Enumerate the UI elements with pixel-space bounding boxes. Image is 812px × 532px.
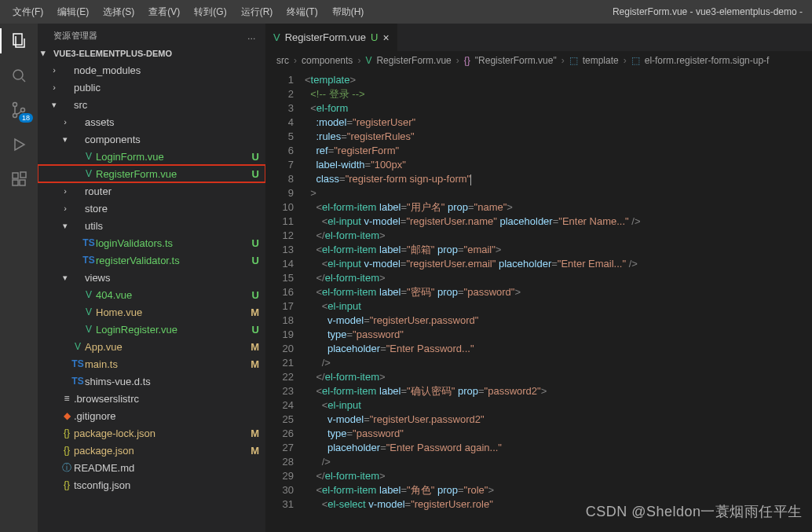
svg-rect-8 (20, 172, 26, 178)
file-label: .gitignore (74, 410, 243, 422)
menu-item[interactable]: 帮助(H) (326, 3, 371, 21)
code-content[interactable]: <template> <!-- 登录 --> <el-form :model="… (305, 70, 812, 532)
git-status: M (247, 445, 259, 457)
folder-assets[interactable]: ›assets (38, 113, 265, 130)
file-label: loginValidators.ts (96, 237, 243, 249)
file-label: package.json (74, 445, 243, 457)
git-status: U (247, 237, 259, 249)
chevron-icon: ▾ (60, 221, 71, 231)
vue-file-icon: V (82, 151, 96, 162)
file-registervalidator.ts[interactable]: TSregisterValidator.tsU (38, 251, 265, 269)
search-icon[interactable] (8, 64, 30, 86)
file-tsconfig.json[interactable]: {}tsconfig.json (38, 476, 265, 493)
ts-file-icon: TS (82, 255, 96, 266)
file-label: README.md (74, 462, 243, 474)
folder-views[interactable]: ▾views (38, 269, 265, 286)
folder-router[interactable]: ›router (38, 182, 265, 200)
file-shims-vue.d.ts[interactable]: TSshims-vue.d.ts (38, 372, 265, 390)
activity-bar: 18 (0, 24, 38, 532)
line-gutter: 1234567891011121314151617181920212223242… (265, 70, 305, 532)
file-label: store (85, 203, 243, 215)
git-status: U (247, 289, 259, 301)
sidebar-more-icon[interactable]: … (247, 31, 256, 41)
menu-item[interactable]: 选择(S) (97, 3, 141, 21)
breadcrumb-icon: {} (464, 55, 470, 66)
scm-badge: 18 (19, 113, 33, 123)
chevron-icon: ▾ (60, 273, 71, 283)
svg-rect-6 (13, 180, 18, 185)
breadcrumb-item[interactable]: el-form.register-form.sign-up-f (645, 55, 770, 66)
file-label: assets (85, 116, 243, 128)
folder-utils[interactable]: ▾utils (38, 217, 265, 234)
file-package.json[interactable]: {}package.jsonM (38, 442, 265, 459)
folder-node_modules[interactable]: ›node_modules (38, 61, 265, 79)
project-header[interactable]: ▾ VUE3-ELEMENTPLUS-DEMO (38, 45, 265, 61)
source-control-icon[interactable]: 18 (8, 99, 30, 121)
ts-file-icon: TS (82, 237, 96, 248)
chevron-icon: › (49, 83, 60, 92)
file-readme.md[interactable]: ⓘREADME.md (38, 459, 265, 476)
git-status: U (247, 255, 259, 266)
tab-filename: RegisterForm.vue (285, 31, 366, 43)
git-status: U (247, 151, 259, 163)
json-file-icon: {} (60, 479, 74, 490)
folder-components[interactable]: ▾components (38, 130, 265, 148)
breadcrumb-item[interactable]: template (583, 55, 619, 66)
menu-item[interactable]: 转到(G) (188, 3, 232, 21)
tab-registerform[interactable]: V RegisterForm.vue U × (265, 24, 398, 51)
file-label: main.ts (85, 358, 243, 370)
svg-point-4 (21, 108, 25, 112)
git-status: M (247, 341, 259, 353)
git-status: U (247, 324, 259, 336)
file-.browserslistrc[interactable]: ≡.browserslistrc (38, 390, 265, 407)
ts-file-icon: TS (71, 358, 85, 369)
file-home.vue[interactable]: VHome.vueM (38, 303, 265, 321)
breadcrumb-item[interactable]: src (276, 55, 289, 66)
chevron-right-icon: › (294, 55, 297, 66)
chevron-right-icon: › (561, 55, 565, 66)
window-title: RegisterForm.vue - vue3-elementplus-demo… (613, 6, 806, 17)
menu-item[interactable]: 编辑(E) (51, 3, 95, 21)
folder-store[interactable]: ›store (38, 200, 265, 217)
file-label: tsconfig.json (74, 479, 243, 491)
file-.gitignore[interactable]: ◆.gitignore (38, 407, 265, 424)
file-loginregister.vue[interactable]: VLoginRegister.vueU (38, 321, 265, 338)
breadcrumb-item[interactable]: RegisterForm.vue (376, 55, 451, 66)
file-app.vue[interactable]: VApp.vueM (38, 338, 265, 355)
file-main.ts[interactable]: TSmain.tsM (38, 355, 265, 372)
svg-rect-0 (13, 34, 22, 45)
file-404.vue[interactable]: V404.vueU (38, 286, 265, 303)
folder-public[interactable]: ›public (38, 79, 265, 96)
close-icon[interactable]: × (382, 31, 389, 44)
project-name: VUE3-ELEMENTPLUS-DEMO (53, 49, 172, 58)
breadcrumb-item[interactable]: "RegisterForm.vue" (475, 55, 557, 66)
file-loginform.vue[interactable]: VLoginForm.vueU (38, 148, 265, 165)
folder-src[interactable]: ▾src (38, 96, 265, 113)
extensions-icon[interactable] (8, 168, 30, 190)
file-icon: ◆ (60, 410, 74, 421)
vue-file-icon: V (82, 168, 96, 179)
tab-git-status: U (371, 31, 378, 43)
chevron-icon: › (60, 204, 71, 213)
explorer-icon[interactable] (8, 30, 30, 52)
file-label: App.vue (85, 341, 243, 353)
breadcrumb-icon: V (365, 55, 371, 66)
code-editor[interactable]: 1234567891011121314151617181920212223242… (265, 70, 812, 532)
menu-item[interactable]: 终端(T) (280, 3, 324, 21)
file-registerform.vue[interactable]: VRegisterForm.vueU (38, 165, 265, 182)
run-debug-icon[interactable] (8, 134, 30, 156)
menu-item[interactable]: 文件(F) (6, 3, 49, 21)
vue-file-icon: V (82, 306, 96, 317)
breadcrumb-item[interactable]: components (302, 55, 353, 66)
file-label: package-lock.json (74, 427, 243, 439)
file-label: public (74, 82, 243, 94)
file-label: router (85, 185, 243, 197)
menu-item[interactable]: 查看(V) (142, 3, 186, 21)
file-package-lock.json[interactable]: {}package-lock.jsonM (38, 424, 265, 442)
file-label: utils (85, 220, 243, 232)
menu-item[interactable]: 运行(R) (235, 3, 280, 21)
breadcrumb[interactable]: src›components›VRegisterForm.vue›{}"Regi… (265, 51, 812, 70)
file-loginvalidators.ts[interactable]: TSloginValidators.tsU (38, 234, 265, 251)
vue-file-icon: V (82, 324, 96, 335)
main-menu: 文件(F)编辑(E)选择(S)查看(V)转到(G)运行(R)终端(T)帮助(H) (6, 3, 370, 21)
